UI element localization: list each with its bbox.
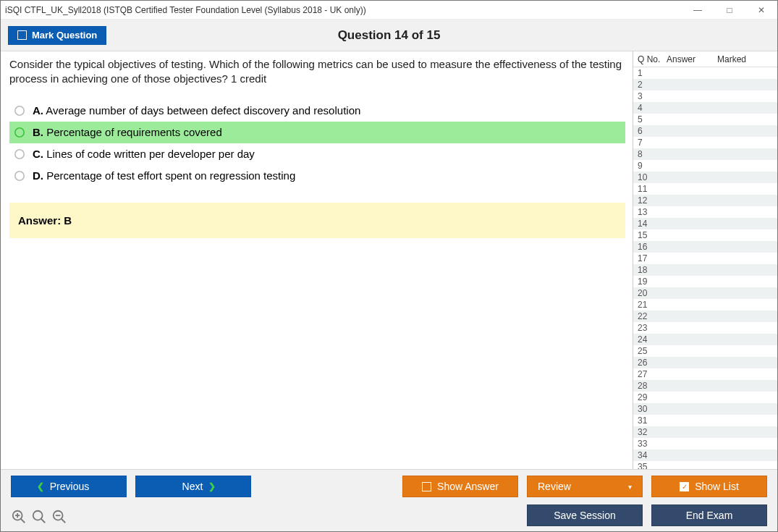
radio-icon <box>14 170 25 182</box>
table-row[interactable]: 14 <box>633 218 777 229</box>
footer-bar: ❮ Previous Next ❯ Show Answer Review ▾ ✓… <box>1 469 777 531</box>
checkbox-icon <box>422 482 431 491</box>
table-row[interactable]: 1 <box>633 67 777 79</box>
table-row[interactable]: 21 <box>633 299 777 311</box>
next-button[interactable]: Next ❯ <box>135 476 251 497</box>
window-close-button[interactable]: ✕ <box>748 5 774 15</box>
table-row[interactable]: 17 <box>633 253 777 264</box>
svg-point-2 <box>15 149 24 158</box>
svg-point-3 <box>15 171 24 180</box>
question-panel: Consider the typical objectives of testi… <box>1 51 633 469</box>
question-counter: Question 14 of 15 <box>1 28 777 43</box>
svg-point-1 <box>15 127 24 136</box>
table-row[interactable]: 26 <box>633 357 777 368</box>
table-row[interactable]: 35 <box>633 461 777 469</box>
svg-line-5 <box>21 519 25 523</box>
window-maximize-button[interactable]: □ <box>716 5 743 15</box>
app-window: iSQI CTFL_UK_Syll2018 (ISTQB Certified T… <box>0 0 778 532</box>
col-qno: Q No. <box>633 54 667 64</box>
svg-line-11 <box>62 519 66 523</box>
table-row[interactable]: 29 <box>633 392 777 403</box>
mark-question-button[interactable]: Mark Question <box>8 26 106 45</box>
option-text: B. Percentage of requirements covered <box>33 126 222 138</box>
end-exam-label: End Exam <box>686 510 733 521</box>
table-row[interactable]: 5 <box>633 114 777 125</box>
table-row[interactable]: 9 <box>633 160 777 172</box>
window-minimize-button[interactable]: — <box>685 5 711 15</box>
chevron-down-icon: ▾ <box>628 483 632 491</box>
save-session-label: Save Session <box>554 510 616 521</box>
show-answer-button[interactable]: Show Answer <box>402 476 518 497</box>
option-D[interactable]: D. Percentage of test effort spent on re… <box>9 165 625 187</box>
option-text: D. Percentage of test effort spent on re… <box>33 169 295 182</box>
option-text: A. Average number of days between defect… <box>33 104 360 117</box>
col-answer: Answer <box>667 54 717 64</box>
svg-point-8 <box>33 511 43 520</box>
question-list[interactable]: 1234567891011121314151617181920212223242… <box>633 67 777 469</box>
mark-question-label: Mark Question <box>32 30 97 41</box>
table-row[interactable]: 11 <box>633 183 777 195</box>
col-marked: Marked <box>717 54 767 64</box>
question-text: Consider the typical objectives of testi… <box>9 57 625 87</box>
previous-label: Previous <box>50 481 89 492</box>
table-row[interactable]: 2 <box>633 79 777 90</box>
table-row[interactable]: 34 <box>633 449 777 461</box>
table-row[interactable]: 8 <box>633 148 777 160</box>
table-row[interactable]: 33 <box>633 438 777 449</box>
table-row[interactable]: 4 <box>633 102 777 114</box>
table-row[interactable]: 6 <box>633 125 777 137</box>
svg-line-9 <box>41 519 46 523</box>
table-row[interactable]: 7 <box>633 137 777 148</box>
table-row[interactable]: 22 <box>633 311 777 322</box>
table-row[interactable]: 25 <box>633 345 777 357</box>
option-B[interactable]: B. Percentage of requirements covered <box>9 122 625 143</box>
titlebar: iSQI CTFL_UK_Syll2018 (ISTQB Certified T… <box>1 1 777 20</box>
next-label: Next <box>182 481 203 492</box>
previous-button[interactable]: ❮ Previous <box>11 476 127 497</box>
window-title: iSQI CTFL_UK_Syll2018 (ISTQB Certified T… <box>5 5 685 15</box>
show-answer-label: Show Answer <box>437 481 499 492</box>
options-list: A. Average number of days between defect… <box>9 100 625 187</box>
zoom-out-icon[interactable] <box>51 509 67 527</box>
question-list-header: Q No. Answer Marked <box>633 51 777 67</box>
table-row[interactable]: 31 <box>633 415 777 426</box>
svg-point-0 <box>15 106 24 114</box>
table-row[interactable]: 23 <box>633 322 777 334</box>
header-bar: Mark Question Question 14 of 15 <box>1 20 777 51</box>
show-list-button[interactable]: ✓ Show List <box>651 476 767 497</box>
save-session-button[interactable]: Save Session <box>527 504 643 526</box>
table-row[interactable]: 30 <box>633 403 777 415</box>
table-row[interactable]: 32 <box>633 426 777 438</box>
show-list-label: Show List <box>695 481 739 492</box>
answer-box: Answer: B <box>9 203 625 238</box>
option-text: C. Lines of code written per developer p… <box>33 148 255 160</box>
radio-icon <box>14 105 25 117</box>
table-row[interactable]: 13 <box>633 206 777 218</box>
table-row[interactable]: 12 <box>633 195 777 206</box>
review-label: Review <box>538 481 571 492</box>
chevron-right-icon: ❯ <box>208 481 216 491</box>
table-row[interactable]: 10 <box>633 172 777 183</box>
chevron-left-icon: ❮ <box>37 481 44 491</box>
table-row[interactable]: 28 <box>633 380 777 392</box>
zoom-reset-icon[interactable] <box>31 509 47 527</box>
checkbox-icon <box>17 30 27 40</box>
question-list-panel: Q No. Answer Marked 12345678910111213141… <box>633 51 777 469</box>
table-row[interactable]: 3 <box>633 90 777 102</box>
review-dropdown[interactable]: Review ▾ <box>527 476 643 497</box>
radio-icon <box>14 127 25 138</box>
table-row[interactable]: 20 <box>633 287 777 299</box>
table-row[interactable]: 27 <box>633 368 777 380</box>
radio-icon <box>14 148 25 160</box>
table-row[interactable]: 18 <box>633 264 777 276</box>
table-row[interactable]: 19 <box>633 276 777 287</box>
option-A[interactable]: A. Average number of days between defect… <box>9 100 625 122</box>
table-row[interactable]: 24 <box>633 334 777 345</box>
table-row[interactable]: 16 <box>633 241 777 253</box>
checkbox-checked-icon: ✓ <box>680 482 689 491</box>
option-C[interactable]: C. Lines of code written per developer p… <box>9 143 625 165</box>
zoom-in-icon[interactable] <box>11 509 27 527</box>
table-row[interactable]: 15 <box>633 229 777 241</box>
end-exam-button[interactable]: End Exam <box>651 504 767 526</box>
